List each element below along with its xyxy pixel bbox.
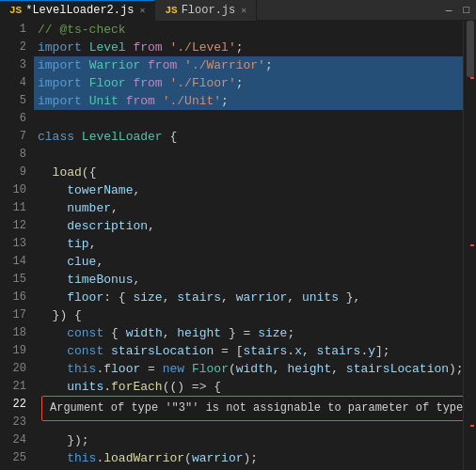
tab-close-1[interactable]: ✕ (139, 5, 145, 16)
punct-25b: ( (184, 451, 192, 465)
ln-7: 7 (0, 128, 26, 146)
code-content[interactable]: // @ts-check import Level from './Level'… (34, 21, 463, 470)
punct-20d: , (331, 362, 339, 376)
ln-22: ▶22 (0, 396, 26, 414)
str-level: './Level' (169, 40, 235, 55)
kw-import-5: import (38, 94, 82, 108)
punct-16c: , (221, 290, 229, 305)
scrollbar-track (464, 21, 476, 470)
punct-19c: , (302, 344, 309, 358)
var-stairs-y: stairs (317, 344, 361, 358)
code-line-8 (34, 146, 463, 164)
ln-1: 1 (0, 21, 26, 39)
ln-8: 8 (0, 146, 26, 164)
tab-js-icon-2: JS (165, 5, 177, 16)
tab-label-1: *LevelLoader2.js (25, 4, 134, 17)
ln-24: 24 (0, 431, 26, 449)
punct-20b: ( (229, 362, 236, 376)
punct-19e: ]; (375, 344, 390, 358)
punct-10: , (133, 183, 140, 197)
prop-description: description (67, 219, 148, 233)
prop-tip: tip (67, 237, 88, 251)
str-unit: './Unit' (163, 94, 221, 108)
ln-21: 21 (0, 378, 26, 396)
type-floor: Floor (89, 76, 126, 90)
editor-container: JS *LevelLoader2.js ✕ JS Floor.js ✕ — □ … (0, 0, 476, 470)
tab-label-2: Floor.js (182, 4, 236, 17)
var-stairsloc-20: stairsLocation (346, 362, 449, 376)
code-line-9: load({ (34, 164, 463, 181)
prop-stairs: stairs (177, 290, 221, 305)
kw-from-3: from (148, 58, 177, 72)
tab-js-icon-1: JS (9, 5, 22, 16)
type-warrior: Warrior (89, 58, 141, 72)
tab-floor[interactable]: JS Floor.js ✕ (155, 0, 257, 21)
tab-levelloader[interactable]: JS *LevelLoader2.js ✕ (0, 0, 155, 21)
var-warrior-25: warrior (192, 451, 244, 465)
ln-3: 3 (0, 56, 26, 74)
prop-x: x (294, 344, 302, 358)
code-line-7: class LevelLoader { (34, 128, 463, 146)
punct-14: , (96, 255, 103, 269)
tab-close-2[interactable]: ✕ (241, 5, 246, 16)
code-line-18: const { width, height } = size; (34, 324, 463, 342)
scrollbar-thumb[interactable] (467, 21, 474, 77)
scrollbar-area[interactable] (463, 21, 476, 470)
prop-size: size (133, 290, 162, 305)
prop-warrior: warrior (236, 290, 288, 305)
tab-bar: JS *LevelLoader2.js ✕ JS Floor.js ✕ — □ (0, 0, 476, 21)
punct-18d: ; (287, 326, 294, 340)
prop-height: height (177, 326, 221, 340)
ln-12: 12 (0, 217, 26, 235)
punct-20c: , (273, 362, 280, 376)
code-line-14: clue, (34, 253, 463, 271)
kw-import-4: import (38, 76, 82, 90)
code-line-21: units.forEach(() => { (34, 378, 463, 396)
editor-area: 1 2 3 4 5 6 7 8 9 10 11 12 13 14 15 16 1… (0, 21, 476, 470)
error-tooltip: Argument of type '"3"' is not assignable… (41, 396, 463, 421)
var-height-20: height (287, 362, 331, 376)
prop-thisfloor: floor (103, 362, 140, 376)
op-19: = (221, 344, 229, 358)
punct-16d: , (287, 290, 294, 305)
punct-9: ({ (82, 165, 97, 180)
punct-21b: (( (163, 380, 178, 394)
op-20: = (148, 362, 155, 376)
code-line-6 (34, 110, 463, 128)
scroll-error-marker-3 (470, 425, 474, 427)
prop-width: width (126, 326, 163, 340)
ln-17: 17 (0, 306, 26, 324)
code-line-25: this.loadWarrior(warrior); (34, 449, 463, 467)
punct-19b: . (287, 344, 294, 358)
punct-15: , (133, 273, 140, 287)
ln-23: 23 (0, 414, 26, 431)
ln-4: 4 (0, 74, 26, 92)
punct-18a: { (111, 326, 119, 340)
var-stairs-x: stairs (244, 344, 288, 358)
code-line-17: }) { (34, 306, 463, 324)
type-levelloader: LevelLoader (82, 130, 163, 144)
kw-this-25: this (67, 451, 96, 465)
maximize-button[interactable]: □ (460, 5, 472, 16)
kw-from-5: from (126, 94, 155, 108)
comment-1: // @ts-check (38, 23, 126, 37)
ln-14: 14 (0, 253, 26, 271)
var-stairslocation: stairsLocation (111, 344, 214, 358)
punct-20e: ); (449, 362, 463, 376)
code-line-19: const stairsLocation = [stairs.x, stairs… (34, 342, 463, 360)
prop-y: y (368, 344, 375, 358)
kw-import-2: import (38, 40, 82, 55)
punct-18b: , (163, 326, 170, 340)
ln-15: 15 (0, 271, 26, 289)
ln-5: 5 (0, 92, 26, 110)
kw-new-20: new (163, 362, 184, 376)
punct-21c: ) => { (177, 380, 221, 394)
kw-class: class (38, 130, 74, 144)
minimize-button[interactable]: — (443, 5, 455, 16)
ln-25: 25 (0, 449, 26, 467)
var-size: size (258, 326, 287, 340)
code-line-22: }); Argument of type '"3"' is not assign… (34, 396, 463, 414)
code-line-13: tip, (34, 235, 463, 253)
ln-18: 18 (0, 324, 26, 342)
punct-12: , (148, 219, 155, 233)
